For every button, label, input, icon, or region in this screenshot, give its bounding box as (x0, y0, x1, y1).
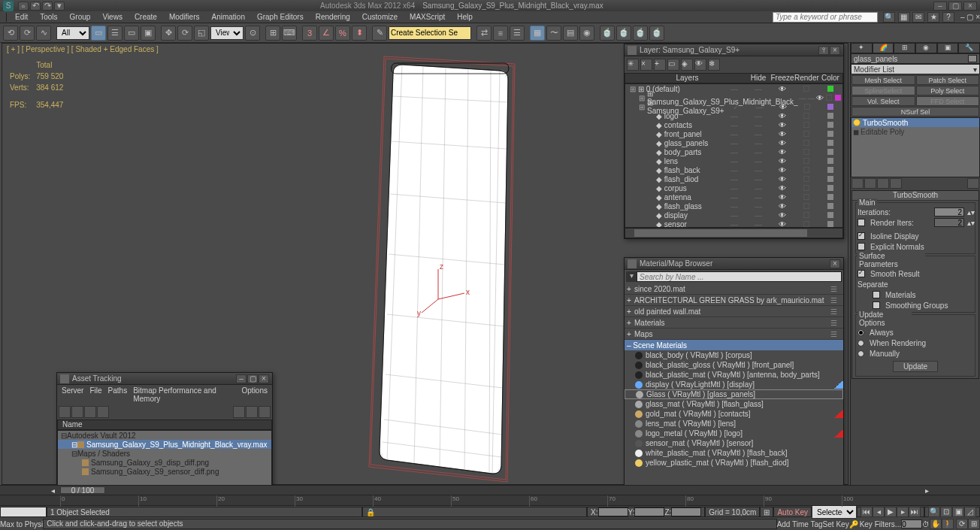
keyfilters-button[interactable]: Key Filters... (860, 520, 902, 528)
align-icon[interactable]: ≡ (493, 26, 508, 41)
layer-row[interactable]: ◆ antenna——👁 (625, 192, 842, 201)
layer-row[interactable]: ◆ front_panel——👁 (625, 129, 842, 138)
new-icon[interactable]: ▫ (18, 2, 29, 11)
btn-volselect[interactable]: Vol. Select (851, 96, 915, 106)
menu-views[interactable]: Views (97, 12, 128, 22)
layer-hl-icon[interactable]: ◈ (681, 59, 693, 71)
btn-polyselect[interactable]: Poly Select (916, 86, 980, 95)
menu-modifiers[interactable]: Modifiers (164, 12, 205, 22)
menu-group[interactable]: Group (65, 12, 96, 22)
menu-grapheditors[interactable]: Graph Editors (252, 12, 309, 22)
iterations-spinner[interactable]: 2 (934, 207, 964, 217)
tab-utilities-icon[interactable]: 🔧 (958, 43, 980, 53)
mat-lib-row[interactable]: + old painted wall.mat☰ (625, 306, 843, 317)
layer-row[interactable]: ◆ glass_panels——👁 (625, 138, 842, 147)
percent-snap-icon[interactable]: % (335, 26, 350, 41)
mat-item[interactable]: display ( VRayLightMtl ) [display] (625, 380, 843, 389)
prev-frame-icon[interactable]: ◂ (873, 507, 885, 517)
rad-manual[interactable] (858, 350, 864, 357)
asset-row-disp[interactable]: Samsung_Galaxy_s9_disp_diff.png (91, 459, 209, 467)
inner-close-button[interactable]: × (975, 13, 980, 21)
layer-new-icon[interactable]: ✳ (627, 59, 639, 71)
tab-modify-icon[interactable]: 🌈 (873, 43, 894, 53)
layer-row[interactable]: ◆ sensor——👁 (625, 220, 842, 228)
dropdown-icon[interactable]: ▾ (54, 2, 65, 11)
layer-row[interactable]: ◆ contacts——👁 (625, 120, 842, 129)
select-rect-icon[interactable]: ▭ (124, 26, 139, 41)
layer-row[interactable]: ◆ lens——👁 (625, 156, 842, 165)
quick-access[interactable]: ▫ ↶ ↷ ▾ (18, 2, 65, 11)
timeslider-next-icon[interactable]: ▸ (925, 486, 929, 495)
mat-lib-row[interactable]: + Maps☰ (625, 329, 843, 340)
pivot-icon[interactable]: ⊙ (245, 26, 260, 41)
adaptive-icon[interactable]: ⊞ (760, 507, 773, 517)
mat-lib-row[interactable]: + since 2020.mat☰ (625, 283, 843, 295)
layer-row[interactable]: ◆ corpus——👁 (625, 183, 842, 192)
chk-explicit[interactable] (858, 243, 865, 250)
menu-help[interactable]: Help (452, 12, 478, 22)
schematic-icon[interactable]: ▤ (563, 26, 578, 41)
mat-item[interactable]: black_body ( VRayMtl ) [corpus] (625, 350, 843, 360)
renderiters-spinner[interactable]: 2 (934, 218, 964, 227)
play-icon[interactable]: ▶ (885, 507, 897, 517)
menu-customize[interactable]: Customize (357, 12, 403, 22)
zoom-icon[interactable]: 🔍 (928, 507, 940, 517)
layer-row[interactable]: ◆ flash_glass——👁 (625, 201, 842, 210)
select-link-icon[interactable]: ⟲ (3, 26, 18, 41)
btn-nsurfsel[interactable]: NSurf Sel (851, 107, 979, 117)
named-selection-input[interactable] (389, 26, 471, 40)
graphite-icon[interactable]: ▦ (530, 26, 545, 41)
layers-icon[interactable]: ☰ (510, 26, 525, 41)
time-tag[interactable]: Add Time Tag (777, 520, 823, 528)
move-icon[interactable]: ✥ (161, 26, 176, 41)
atb-4[interactable] (97, 406, 109, 418)
curve-editor-icon[interactable]: 〜 (546, 26, 561, 41)
asset-row-sensor[interactable]: Samsung_Galaxy_S9_sensor_diff.png (91, 468, 219, 476)
btn-meshselect[interactable]: Mesh Select (851, 75, 915, 85)
timeslider-prev-icon[interactable]: ◂ (51, 486, 55, 495)
stack-editablepoly[interactable]: Editable Poly (861, 128, 904, 136)
atb-1[interactable] (59, 406, 71, 418)
orbit-icon[interactable]: ⟳ (956, 519, 968, 529)
col-hide[interactable]: Hide (746, 74, 770, 83)
pan-icon[interactable]: ✋ (930, 519, 942, 529)
asset-menu-options[interactable]: Options (242, 386, 268, 403)
btn-splineselect[interactable]: SplineSelect (851, 86, 915, 95)
time-slider-handle[interactable]: 0 / 100 (60, 486, 105, 494)
asset-close-button[interactable]: × (259, 374, 269, 383)
layer-freeze-icon[interactable]: ❄ (708, 59, 720, 71)
bulb-icon[interactable] (853, 119, 861, 126)
asset-column-header[interactable]: Name (57, 419, 272, 430)
chk-renderiters[interactable] (858, 219, 865, 226)
maxscript-mini-button[interactable] (0, 507, 47, 517)
layer-list[interactable]: ⊞⊞ 0 (default)——👁⊞⊞ Samsung_Galaxy_S9_Pl… (625, 83, 843, 228)
atb-r3[interactable] (259, 406, 271, 418)
layer-row[interactable]: ◆ flash_back——👁 (625, 165, 842, 174)
mat-item[interactable]: sensor_mat ( VRayMtl ) [sensor] (625, 438, 843, 448)
show-end-icon[interactable] (864, 178, 876, 189)
tab-create-icon[interactable]: ✦ (851, 43, 873, 53)
bind-icon[interactable]: ∿ (36, 26, 51, 41)
atb-r1[interactable] (233, 406, 245, 418)
mat-item[interactable]: gold_mat ( VRayMtl ) [contacts] (625, 409, 843, 419)
mat-item[interactable]: yellow_plastic_mat ( VRayMtl ) [flash_di… (625, 458, 843, 468)
setkey-button[interactable]: Set Key (823, 520, 849, 528)
chk-isoline[interactable] (858, 232, 865, 240)
stack-turbosmooth[interactable]: TurboSmooth (863, 119, 908, 127)
layer-add-icon[interactable]: + (654, 59, 666, 71)
asset-min-button[interactable]: – (236, 374, 247, 383)
subscription-icon[interactable]: ▦ (898, 12, 910, 23)
menu-create[interactable]: Create (129, 12, 162, 22)
manipulate-icon[interactable]: ⊞ (265, 26, 280, 41)
atb-3[interactable] (84, 406, 96, 418)
help-search-input[interactable] (773, 12, 878, 23)
x-input[interactable] (598, 507, 628, 516)
inner-max-button[interactable]: ▢ (966, 13, 973, 21)
zoom-all-icon[interactable]: ⊡ (940, 507, 952, 517)
material-editor-icon[interactable]: ◉ (579, 26, 594, 41)
editnamed-icon[interactable]: ✎ (372, 26, 387, 41)
mat-lib-row[interactable]: + Materials☰ (625, 317, 843, 329)
render-setup-icon[interactable]: 🍵 (600, 26, 615, 41)
layer-row[interactable]: ◆ logo——👁 (625, 111, 842, 120)
layer-row[interactable]: ◆ body_parts——👁 (625, 147, 842, 156)
